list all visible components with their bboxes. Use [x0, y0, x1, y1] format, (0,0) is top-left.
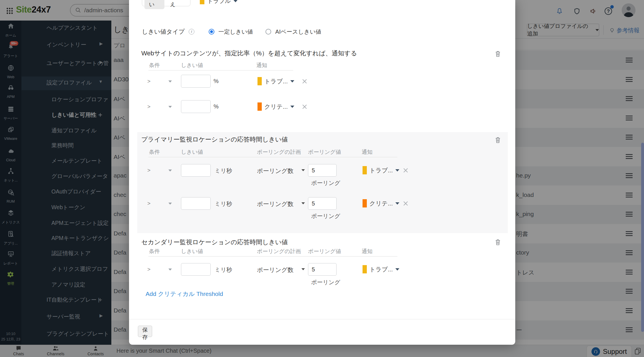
unit-label: ミリ秒: [215, 200, 232, 208]
divider: [129, 319, 515, 319]
section-content-title: Webサイトのコンテンツが、指定比率（%）を超えて変化すれば、通知する: [141, 49, 357, 58]
col-notify: 通知: [362, 148, 373, 156]
delete-section-icon[interactable]: [494, 50, 501, 58]
section-secondary-title: セカンダリー監視ロケーションの応答時間しきい値: [141, 238, 288, 247]
toggle-no[interactable]: いいえ: [168, 0, 188, 9]
trouble-color-chip: [363, 166, 367, 174]
threshold-value-input[interactable]: [181, 164, 211, 177]
trouble-color-chip: [200, 0, 204, 4]
poll-value-input[interactable]: [308, 164, 337, 177]
toggle-yes[interactable]: はい: [144, 0, 164, 9]
unit-label: %: [214, 78, 219, 84]
remove-row-icon[interactable]: [302, 79, 307, 84]
chevron-down-icon: [234, 0, 238, 2]
poll-plan-dropdown[interactable]: ポーリング数: [257, 167, 293, 175]
threshold-value-input[interactable]: [181, 197, 211, 210]
delete-section-icon[interactable]: [494, 136, 501, 144]
col-condition: 条件: [149, 62, 160, 69]
notify-dropdown[interactable]: トラブ...: [363, 265, 399, 273]
unit-label: ミリ秒: [215, 266, 232, 274]
col-poll-value: ポーリング値: [308, 148, 341, 156]
chevron-down-icon[interactable]: [168, 203, 172, 205]
threshold-profile-modal: はい いいえ トラブル しきい値タイプ i 一定しきい値 AIベースしきい値 W…: [129, 0, 515, 345]
poll-suffix-label: ポーリング: [311, 279, 340, 286]
radio-ai-threshold[interactable]: [265, 29, 271, 35]
divider: [148, 157, 397, 157]
section-primary-title: プライマリー監視ロケーションの応答時間しきい値: [141, 135, 288, 144]
delete-section-icon[interactable]: [494, 239, 501, 246]
add-critical-threshold-link[interactable]: Add クリティカル Threshold: [146, 290, 223, 298]
col-condition: 条件: [149, 248, 160, 255]
save-button[interactable]: 保存: [138, 326, 152, 337]
chevron-down-icon[interactable]: [168, 269, 172, 271]
col-threshold: しきい値: [181, 62, 203, 69]
critical-color-chip: [257, 102, 262, 111]
chevron-down-icon[interactable]: [301, 202, 305, 204]
condition-value[interactable]: >: [147, 266, 150, 273]
col-notify: 通知: [256, 62, 267, 69]
chevron-down-icon[interactable]: [168, 80, 172, 82]
poll-suffix-label: ポーリング: [311, 179, 340, 187]
poll-suffix-label: ポーリング: [311, 212, 340, 220]
condition-value[interactable]: >: [147, 200, 150, 207]
chevron-down-icon: [395, 268, 399, 271]
col-threshold: しきい値: [181, 148, 203, 156]
unit-label: %: [214, 103, 219, 110]
threshold-value-input[interactable]: [181, 263, 211, 276]
radio-fixed-threshold[interactable]: [209, 29, 214, 35]
col-threshold: しきい値: [181, 248, 203, 255]
condition-value[interactable]: >: [147, 78, 150, 84]
poll-value-input[interactable]: [308, 263, 337, 276]
notify-dropdown[interactable]: トラブル: [200, 0, 238, 5]
notify-dropdown[interactable]: クリテ...: [363, 199, 399, 207]
col-condition: 条件: [149, 148, 160, 156]
divider: [148, 256, 397, 257]
notify-dropdown[interactable]: トラブ...: [257, 77, 294, 85]
threshold-value-input[interactable]: [181, 100, 211, 113]
condition-value[interactable]: >: [147, 167, 150, 174]
remove-row-icon[interactable]: [403, 168, 408, 173]
threshold-type-label: しきい値タイプ: [142, 28, 185, 36]
threshold-value-input[interactable]: [181, 75, 211, 88]
poll-value-input[interactable]: [308, 197, 337, 210]
critical-color-chip: [363, 199, 367, 207]
chevron-down-icon: [395, 202, 399, 205]
threshold-type-row: しきい値タイプ i 一定しきい値 AIベースしきい値: [142, 27, 321, 36]
poll-plan-dropdown[interactable]: ポーリング数: [257, 266, 293, 274]
chevron-down-icon: [290, 80, 294, 82]
yes-no-toggle[interactable]: はい いいえ: [142, 0, 190, 6]
remove-row-icon[interactable]: [302, 104, 307, 109]
trouble-color-chip: [363, 265, 367, 273]
chevron-down-icon[interactable]: [168, 106, 172, 108]
col-poll-plan: ポーリングの計画: [257, 248, 301, 255]
notify-dropdown[interactable]: トラブ...: [363, 166, 399, 174]
notify-dropdown[interactable]: クリテ...: [257, 102, 294, 111]
chevron-down-icon[interactable]: [301, 268, 305, 270]
condition-value[interactable]: >: [147, 104, 150, 110]
trouble-color-chip: [257, 77, 262, 85]
col-poll-plan: ポーリングの計画: [257, 148, 301, 156]
chevron-down-icon[interactable]: [301, 169, 305, 171]
divider: [148, 70, 293, 70]
remove-row-icon[interactable]: [403, 201, 408, 206]
col-notify: 通知: [362, 248, 373, 255]
screen: Site24x7 /admin-actions ?: [0, 0, 644, 357]
poll-plan-dropdown[interactable]: ポーリング数: [257, 200, 293, 208]
chevron-down-icon: [395, 169, 399, 172]
info-icon[interactable]: i: [189, 29, 194, 35]
col-poll-value: ポーリング値: [308, 248, 341, 255]
unit-label: ミリ秒: [215, 167, 232, 175]
chevron-down-icon[interactable]: [168, 170, 172, 172]
chevron-down-icon: [290, 106, 294, 108]
